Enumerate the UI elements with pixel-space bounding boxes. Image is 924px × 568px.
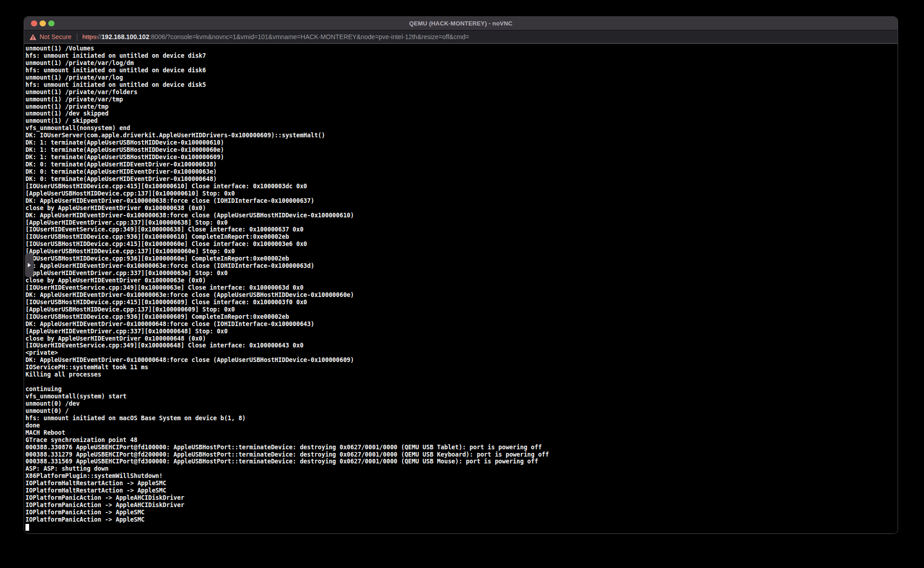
console-line: hfs: unmount initiated on untitled on de… — [25, 81, 898, 89]
console-line: unmount(1) /private/var/folders — [25, 89, 898, 96]
console-line: close by AppleUserHIDEventDriver 0x10000… — [25, 205, 898, 212]
console-line: X86PlatformPlugin::systemWillShutdown! — [25, 472, 898, 480]
console-line: DK: 0: terminate(AppleUserHIDEventDriver… — [25, 176, 898, 183]
close-button[interactable] — [31, 20, 37, 27]
console-line: Killing all processes — [25, 371, 898, 378]
console-line: DK: 0: terminate(AppleUserHIDEventDriver… — [25, 168, 898, 176]
vnc-control-bar-handle[interactable] — [25, 253, 34, 277]
console-line: unmount(1) /private/tmp — [25, 103, 898, 111]
console-line: done — [25, 422, 898, 429]
address-field[interactable]: https://192.168.100.102:8006/?console=kv… — [82, 33, 469, 40]
minimize-button[interactable] — [40, 20, 46, 27]
console-line: [AppleUserHIDEventDriver.cpp:337][0x1000… — [25, 219, 898, 226]
console-line: vfs_unmountall(nonsystem) end — [25, 125, 898, 132]
console-line: DK: AppleUserHIDEventDriver-0x10000063e:… — [25, 262, 898, 270]
console-line: close by AppleUserHIDEventDriver 0x10000… — [25, 277, 898, 284]
console-line: hfs: unmount initiated on untitled on de… — [25, 67, 898, 74]
url-bar[interactable]: Not Secure https://192.168.100.102:8006/… — [24, 30, 898, 44]
console-line: IOPlatformPanicAction -> AppleSMC — [25, 509, 898, 516]
vnc-console-screen[interactable]: unmount(1) /Volumeshfs: unmount initiate… — [24, 44, 898, 534]
console-line: DK: 1: terminate(AppleUserUSBHostHIDDevi… — [25, 154, 898, 161]
url-host: 192.168.100.102 — [101, 33, 149, 40]
console-line: hfs: unmount initiated on untitled on de… — [25, 52, 898, 60]
url-scheme: https: — [82, 33, 98, 40]
window-title: QEMU (HACK-MONTEREY) - noVNC — [409, 20, 512, 27]
console-line: DK: AppleUserHIDEventDriver-0x100000638:… — [25, 212, 898, 219]
console-line: IOPlatformPanicAction -> AppleAHCIDiskDr… — [25, 502, 898, 509]
url-separator — [77, 33, 77, 41]
console-line: [AppleUserHIDEventDriver.cpp:337][0x1000… — [25, 270, 898, 277]
console-line: DK: 1: terminate(AppleUserUSBHostHIDDevi… — [25, 139, 898, 146]
console-cursor-line — [25, 523, 898, 531]
console-line: vfs_unmountall(system) start — [25, 393, 898, 400]
console-line: [IOUserUSBHostHIDDevice.cpp:415][0x10000… — [25, 241, 898, 248]
console-line: DK: AppleUserHIDEventDriver-0x100000648:… — [25, 357, 898, 364]
browser-window: QEMU (HACK-MONTEREY) - noVNC Not Secure … — [24, 16, 898, 534]
console-output: unmount(1) /Volumeshfs: unmount initiate… — [25, 45, 898, 523]
console-line: unmount(0) / — [25, 407, 898, 415]
console-line: IOPlatformPanicAction -> AppleAHCIDiskDr… — [25, 494, 898, 502]
url-slashes: // — [98, 33, 101, 40]
console-line: [AppleUserHIDEventDriver.cpp:337][0x1000… — [25, 328, 898, 335]
terminal-cursor — [25, 524, 29, 531]
console-line: unmount(1) /private/var/log — [25, 74, 898, 81]
console-line: DK: AppleUserHIDEventDriver-0x100000648:… — [25, 321, 898, 328]
console-line: unmount(1) /private/var/log/dm — [25, 60, 898, 67]
console-line: MACH Reboot — [25, 429, 898, 437]
console-line: DK: IOUserServer(com.apple.driverkit.App… — [25, 132, 898, 139]
console-line: [IOUserHIDEventService.cpp:349][0x100000… — [25, 342, 898, 349]
console-line: [IOUserUSBHostHIDDevice.cpp:936][0x10000… — [25, 313, 898, 321]
console-line: [IOUserHIDEventService.cpp:349][0x100000… — [25, 226, 898, 233]
not-secure-label[interactable]: Not Secure — [40, 33, 71, 40]
console-line: close by AppleUserHIDEventDriver 0x10000… — [25, 335, 898, 342]
console-line: [IOUserUSBHostHIDDevice.cpp:415][0x10000… — [25, 183, 898, 190]
console-line: IOPlatformPanicAction -> AppleSMC — [25, 516, 898, 523]
console-line: unmount(1) /dev skipped — [25, 110, 898, 117]
console-line: [IOUserUSBHostHIDDevice.cpp:936][0x10000… — [25, 233, 898, 241]
console-line: [AppleUserUSBHostHIDDevice.cpp:137][0x10… — [25, 248, 898, 255]
title-bar: QEMU (HACK-MONTEREY) - noVNC — [24, 17, 898, 30]
console-line: [AppleUserUSBHostHIDDevice.cpp:137][0x10… — [25, 306, 898, 313]
console-line: IOServicePH::systemHalt took 11 ms — [25, 364, 898, 371]
console-line: DK: AppleUserHIDEventDriver-0x10000063e:… — [25, 292, 898, 299]
console-line: unmount(1) / skipped — [25, 117, 898, 125]
console-line: <private> — [25, 349, 898, 357]
console-line: DK: 1: terminate(AppleUserUSBHostHIDDevi… — [25, 146, 898, 154]
console-line: [IOUserHIDEventService.cpp:349][0x100000… — [25, 284, 898, 292]
console-line: unmount(0) /dev — [25, 400, 898, 407]
console-line: ASP: ASP: shutting down — [25, 465, 898, 472]
console-line: IOPlatformHaltRestartAction -> AppleSMC — [25, 480, 898, 487]
console-line: 000388.331279 AppleUSBEHCIPort@fd200000:… — [25, 451, 898, 458]
console-line: DK: 0: terminate(AppleUserHIDEventDriver… — [25, 161, 898, 168]
warning-triangle-icon — [30, 34, 36, 40]
console-line: IOPlatformHaltRestartAction -> AppleSMC — [25, 487, 898, 494]
traffic-lights — [31, 17, 55, 30]
console-line — [25, 378, 898, 386]
console-line: hfs: unmount initiated on macOS Base Sys… — [25, 415, 898, 422]
console-line: [IOUserUSBHostHIDDevice.cpp:415][0x10000… — [25, 299, 898, 306]
zoom-button[interactable] — [48, 20, 55, 27]
console-line: [IOUserUSBHostHIDDevice.cpp:936][0x10000… — [25, 255, 898, 262]
console-line: [AppleUserUSBHostHIDDevice.cpp:137][0x10… — [25, 190, 898, 197]
url-path: :8006/?console=kvm&novnc=1&vmid=101&vmna… — [149, 33, 469, 40]
console-line: unmount(1) /private/var/tmp — [25, 96, 898, 103]
console-line: unmount(1) /Volumes — [25, 45, 898, 52]
console-line: 000388.330876 AppleUSBEHCIPort@fd100000:… — [25, 444, 898, 451]
console-line: continuing — [25, 386, 898, 393]
console-line: DK: AppleUserHIDEventDriver-0x100000638:… — [25, 197, 898, 205]
console-line: GTrace synchronization point 48 — [25, 437, 898, 444]
console-line: 000388.331569 AppleUSBEHCIPort@fd300000:… — [25, 458, 898, 465]
arrow-right-icon — [28, 263, 31, 267]
